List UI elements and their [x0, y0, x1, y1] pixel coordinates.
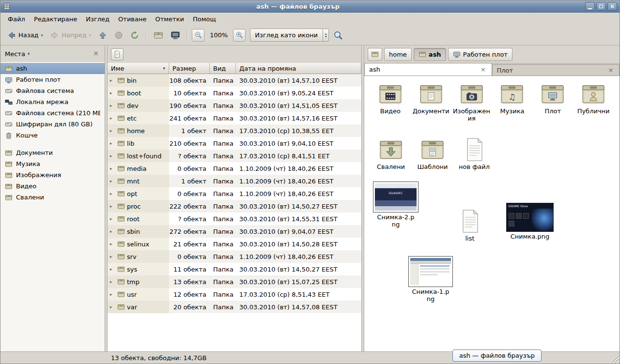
maximize-button[interactable] — [596, 2, 606, 11]
close-button[interactable]: × — [607, 2, 617, 11]
file-icon-item[interactable]: ♫Музика — [492, 81, 533, 115]
expander-icon[interactable]: ▸ — [110, 304, 115, 309]
forward-button[interactable]: Напред ▾ — [47, 29, 94, 42]
expander-icon[interactable]: ▸ — [110, 78, 115, 83]
table-row[interactable]: ▸sbin272 обектаПапка30.03.2010 (вт) 9,04… — [108, 225, 361, 238]
table-row[interactable]: ▸srv0 обектаПапка1.10.2009 (чт) 18,40,26… — [108, 250, 361, 263]
expander-icon[interactable]: ▸ — [110, 103, 115, 108]
file-icon-item[interactable]: Публични — [573, 81, 614, 115]
table-row[interactable]: ▸proc222 обектаПапка30.03.2010 (вт) 14,5… — [108, 200, 361, 212]
file-icon-item[interactable]: GNOME StoreСнимка.png — [504, 203, 556, 241]
table-row[interactable]: ▸etc241 обектаПапка30.03.2010 (вт) 14,57… — [108, 112, 361, 124]
menu-item[interactable]: Изглед — [81, 14, 114, 25]
forward-dropdown-icon[interactable]: ▾ — [89, 33, 92, 38]
stop-button[interactable] — [111, 29, 126, 42]
table-row[interactable]: ▸bin108 обектаПапка30.03.2010 (вт) 14,57… — [108, 74, 361, 87]
menu-item[interactable]: Файл — [3, 14, 30, 25]
sidebar-title[interactable]: Места — [5, 50, 25, 58]
table-row[interactable]: ▸var20 обектаПапка30.03.2010 (вт) 14,57,… — [108, 301, 361, 313]
expander-icon[interactable]: ▸ — [110, 153, 115, 158]
table-row[interactable]: ▸dev190 обектаПапка30.03.2010 (вт) 14,51… — [108, 99, 361, 112]
menu-item[interactable]: Отиване — [114, 14, 151, 25]
computer-button[interactable] — [151, 28, 166, 43]
expander-icon[interactable]: ▸ — [110, 242, 115, 246]
table-row[interactable]: ▸root? обектаПапка30.03.2010 (вт) 14,55,… — [108, 212, 361, 225]
sidebar-item[interactable]: ash — [0, 63, 105, 74]
pathbar-button[interactable]: home — [384, 48, 412, 61]
resize-grip[interactable] — [612, 356, 619, 363]
file-icon-item[interactable]: нов файл — [453, 137, 495, 171]
expander-icon[interactable]: ▸ — [110, 191, 115, 196]
sidebar-item[interactable]: Файлова система — [0, 85, 105, 96]
table-row[interactable]: ▸home1 обектПапка17.03.2010 (ср) 10,38,5… — [108, 124, 361, 137]
file-icon-item[interactable]: Документи — [411, 81, 451, 115]
sidebar-dropdown-icon[interactable]: ▾ — [28, 51, 30, 56]
table-row[interactable]: ▸tmp13 обектаПапка30.03.2010 (вт) 15,07,… — [108, 275, 361, 288]
titlebar[interactable]: ash — файлов браузър × — [0, 0, 620, 13]
sidebar-item[interactable]: Видео — [0, 181, 105, 192]
column-header[interactable]: Дата на промяна — [236, 63, 361, 74]
sidebar-item[interactable]: Файлова система (210 MB) — [0, 107, 105, 119]
table-row[interactable]: ▸usr12 обектаПапка17.03.2010 (ср) 8,51,4… — [108, 288, 361, 301]
sidebar-item[interactable]: Шифриран дял (80 GB) — [0, 119, 105, 130]
expander-icon[interactable]: ▸ — [110, 229, 115, 234]
sidebar-close-button[interactable]: × — [92, 49, 100, 58]
expander-icon[interactable]: ▸ — [110, 254, 115, 259]
expander-icon[interactable]: ▸ — [110, 116, 115, 121]
table-row[interactable]: ▸opt0 обектаПапка1.10.2009 (чт) 18,40,26… — [108, 187, 361, 200]
back-dropdown-icon[interactable]: ▾ — [41, 33, 44, 38]
sidebar-item[interactable]: Работен плот — [0, 74, 105, 85]
display-button[interactable] — [168, 28, 183, 43]
table-row[interactable]: ▸selinux21 обектаПапка30.03.2010 (вт) 14… — [108, 238, 361, 250]
file-icon-item[interactable]: Плот — [532, 81, 573, 115]
pathbar-button[interactable]: ash — [414, 48, 446, 61]
expander-icon[interactable]: ▸ — [110, 279, 115, 284]
back-button[interactable]: Назад ▾ — [4, 29, 46, 42]
column-header[interactable]: Име▾ — [108, 63, 169, 74]
expander-icon[interactable]: ▸ — [110, 179, 115, 183]
expander-icon[interactable]: ▸ — [110, 204, 115, 209]
pathbar-root-button[interactable] — [368, 48, 382, 61]
expander-icon[interactable]: ▸ — [110, 216, 115, 221]
file-icon-item[interactable]: Изображения — [451, 81, 492, 122]
table-row[interactable]: ▸lib210 обектаПапка30.03.2010 (вт) 9,04,… — [108, 137, 361, 150]
sidebar-item[interactable]: Локална мрежа — [0, 96, 105, 107]
table-row[interactable]: ▸media0 обектаПапка1.10.2009 (чт) 18,40,… — [108, 162, 361, 175]
file-icon-item[interactable]: list — [452, 209, 487, 243]
sidebar-item[interactable]: Изображения — [0, 169, 105, 181]
menu-item[interactable]: Редактиране — [30, 14, 81, 25]
sidebar-item[interactable]: Музика — [0, 158, 105, 169]
minimize-button[interactable] — [585, 2, 595, 11]
column-header[interactable]: Вид — [210, 63, 236, 74]
tab-inactive[interactable]: Плот× — [492, 64, 620, 76]
file-icon-item[interactable]: Свалени — [370, 137, 412, 171]
table-row[interactable]: ▸lost+found? обектаПапка17.03.2010 (ср) … — [108, 150, 361, 162]
tab-close-button[interactable]: × — [607, 66, 615, 74]
file-icon-item[interactable]: Шаблони — [412, 137, 453, 171]
tab-close-button[interactable]: × — [480, 66, 487, 74]
menu-item[interactable]: Помощ — [188, 14, 220, 25]
search-button[interactable] — [330, 28, 346, 43]
sidebar-item[interactable]: Кошче — [0, 130, 105, 141]
tab-active[interactable]: ash× — [364, 63, 492, 76]
expander-icon[interactable]: ▸ — [110, 292, 115, 297]
zoom-in-button[interactable] — [233, 29, 246, 42]
reload-button[interactable] — [127, 29, 142, 42]
expander-icon[interactable]: ▸ — [110, 128, 115, 133]
expander-icon[interactable]: ▸ — [110, 141, 115, 146]
file-icon-item[interactable]: Снимка-1.png — [405, 256, 456, 303]
zoom-out-button[interactable] — [192, 29, 204, 42]
pathbar-button[interactable]: Работен плот — [448, 48, 512, 61]
sidebar-item[interactable]: Свалени — [0, 192, 105, 203]
table-row[interactable]: ▸boot10 обектаПапка30.03.2010 (вт) 9,05,… — [108, 87, 361, 99]
table-row[interactable]: ▸sys11 обектаПапка30.03.2010 (вт) 14,50,… — [108, 263, 361, 275]
column-header[interactable]: Размер — [169, 63, 210, 74]
file-icon-item[interactable]: Видео — [370, 81, 411, 115]
sidebar-item[interactable]: Документи — [0, 147, 105, 158]
file-icon-item[interactable]: GUADECСнимка-2.png — [370, 182, 421, 228]
table-row[interactable]: ▸mnt1 обектПапка1.10.2009 (чт) 18,40,26 … — [108, 175, 361, 187]
expander-icon[interactable]: ▸ — [110, 267, 115, 272]
notes-button[interactable] — [111, 48, 124, 61]
menu-item[interactable]: Отметки — [151, 14, 188, 25]
up-button[interactable] — [95, 29, 110, 42]
